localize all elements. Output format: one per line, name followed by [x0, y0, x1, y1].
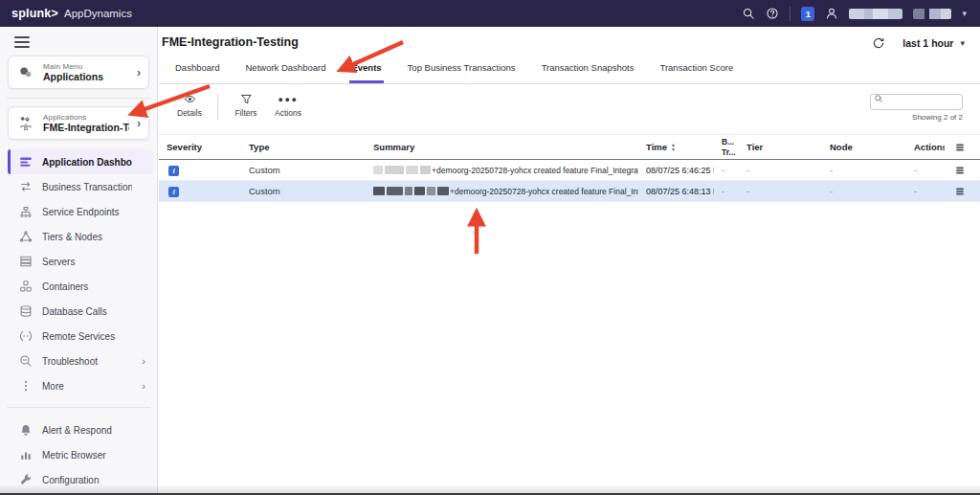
tab[interactable]: Transaction Snapshots: [540, 59, 636, 83]
row-menu-icon[interactable]: [954, 165, 966, 176]
sidebar-item[interactable]: Database Calls ›: [8, 299, 153, 324]
main-content: FME-Integration-Testing last 1 hour ▾ Da…: [159, 27, 980, 495]
table-search-input[interactable]: [870, 94, 963, 110]
table-body: i Custom +demoorg-20250728-yohcx created…: [159, 160, 980, 202]
toolbar: Details Filters ●●● Actions Showing 2 of…: [159, 84, 980, 134]
appdynamics-window: splunk> AppDynamics 1 ▾ Main Menu Applic…: [0, 0, 980, 495]
dashboard-icon: [19, 155, 33, 169]
business-transaction-cell: -: [714, 187, 739, 196]
sidebar-item[interactable]: Business Transactions ›: [8, 174, 153, 199]
endpoints-icon: [19, 205, 33, 218]
column-header-tier[interactable]: Tier: [739, 142, 822, 152]
tab[interactable]: Network Dashboard: [243, 59, 327, 83]
sidebar-item[interactable]: Remote Services ›: [8, 324, 153, 349]
summary-cell: +demoorg-20250728-yohcx created feature …: [366, 166, 638, 175]
filters-button[interactable]: Filters: [225, 91, 267, 118]
summary-text: +demoorg-20250728-yohcx created feature …: [432, 166, 638, 175]
sidebar-item[interactable]: More ›: [8, 373, 153, 398]
chevron-right-icon: ›: [137, 118, 141, 129]
sidebar-item[interactable]: Troubleshoot ›: [8, 349, 153, 373]
info-severity-icon: i: [168, 187, 179, 197]
chevron-down-icon[interactable]: ▾: [962, 10, 967, 18]
sort-icon[interactable]: ▲▼: [671, 143, 676, 151]
splunk-wordmark: splunk>: [11, 7, 58, 20]
containers-icon: [19, 280, 33, 293]
severity-cell: i: [159, 186, 241, 197]
tab[interactable]: Transaction Score: [657, 59, 735, 83]
application-card-title: FME-Integration-Te...: [43, 122, 129, 133]
servers-icon: [19, 255, 33, 268]
sidebar-item[interactable]: Containers ›: [8, 274, 153, 299]
eye-icon: [184, 93, 196, 105]
details-button[interactable]: Details: [168, 91, 211, 118]
sidebar-item-label: Troubleshoot: [42, 356, 132, 367]
sidebar-item[interactable]: Metric Browser ›: [8, 442, 153, 467]
toolbar-buttons: Details Filters ●●● Actions: [168, 91, 309, 120]
sidebar-item[interactable]: Configuration ›: [8, 467, 153, 492]
sidebar-item-label: Tiers & Nodes: [42, 232, 132, 242]
sidebar-item-label: Database Calls: [42, 306, 132, 317]
actions-cell: -: [906, 187, 945, 196]
time-cell: 08/07/25 6:48:13 PM: [638, 187, 714, 196]
table-row[interactable]: i Custom +demoorg-20250728-yohcx created…: [159, 181, 980, 202]
column-header-time[interactable]: Time ▲▼: [638, 142, 714, 152]
row-menu-icon[interactable]: [954, 186, 966, 197]
tab-label: Dashboard: [175, 62, 219, 73]
main-menu-card[interactable]: Main Menu Applications ›: [8, 56, 149, 89]
application-card[interactable]: Applications FME-Integration-Te... ›: [8, 106, 149, 140]
tab[interactable]: Dashboard: [173, 59, 221, 83]
sidebar-item-label: Remote Services: [42, 331, 132, 342]
bell-icon: [19, 423, 33, 437]
tab-label: Transaction Snapshots: [542, 62, 635, 73]
events-table: Severity Type Summary Time ▲▼ B... Tr...…: [159, 134, 980, 202]
severity-cell: i: [159, 165, 241, 176]
application-card-eyebrow: Applications: [43, 113, 129, 122]
sidebar-item-label: Containers: [42, 281, 132, 292]
chevron-right-icon: ›: [137, 67, 141, 79]
redacted-account: [913, 9, 951, 19]
sidebar-item[interactable]: Service Endpoints ›: [8, 199, 153, 224]
tiers-icon: [19, 230, 33, 243]
sidebar-item[interactable]: Application Dashboard ›: [8, 149, 153, 174]
refresh-icon[interactable]: [872, 36, 885, 50]
sidebar-item[interactable]: Tiers & Nodes ›: [8, 224, 153, 249]
wrench-icon: [19, 473, 33, 486]
chevron-right-icon: ›: [142, 381, 145, 392]
hamburger-menu-icon[interactable]: [14, 36, 30, 48]
column-header-severity[interactable]: Severity: [159, 142, 241, 152]
column-header-business-transaction[interactable]: B... Tr...: [714, 137, 739, 156]
column-header-actions[interactable]: Actions: [906, 142, 945, 152]
sidebar-item[interactable]: Alert & Respond ›: [8, 417, 153, 442]
notification-badge[interactable]: 1: [801, 7, 814, 21]
appdynamics-wordmark: AppDynamics: [64, 8, 132, 19]
table-row[interactable]: i Custom +demoorg-20250728-yohcx created…: [159, 160, 980, 181]
tab-label: Events: [351, 62, 381, 73]
help-icon[interactable]: [766, 7, 779, 20]
tab[interactable]: Top Business Transactions: [406, 59, 518, 83]
time-range-picker[interactable]: last 1 hour ▾: [902, 37, 965, 49]
node-cell: -: [822, 187, 906, 196]
tab-label: Top Business Transactions: [408, 62, 516, 73]
main-menu-icon: [16, 64, 35, 80]
column-settings-icon[interactable]: [954, 142, 966, 153]
toolbar-divider: [217, 94, 218, 120]
redacted-username: [849, 9, 902, 19]
search-icon[interactable]: [742, 7, 755, 20]
tab-label: Network Dashboard: [245, 62, 325, 73]
user-icon[interactable]: [825, 7, 838, 20]
more-icon: [19, 379, 33, 393]
column-header-summary[interactable]: Summary: [366, 142, 638, 152]
actions-button[interactable]: ●●● Actions: [267, 91, 309, 118]
sidebar-item[interactable]: Servers ›: [8, 249, 153, 274]
splunk-appdynamics-logo[interactable]: splunk> AppDynamics: [11, 7, 132, 20]
sidebar: Main Menu Applications › Applications FM…: [0, 27, 158, 495]
info-severity-icon: i: [168, 166, 179, 176]
chevron-right-icon: ›: [142, 356, 145, 367]
sidebar-item-label: More: [42, 381, 132, 392]
column-header-node[interactable]: Node: [822, 142, 906, 152]
column-header-type[interactable]: Type: [241, 142, 366, 152]
tab[interactable]: Events: [349, 59, 383, 83]
time-cell: 08/07/25 6:46:25 PM: [638, 166, 714, 175]
filters-label: Filters: [234, 108, 256, 118]
application-icon: [16, 115, 35, 131]
